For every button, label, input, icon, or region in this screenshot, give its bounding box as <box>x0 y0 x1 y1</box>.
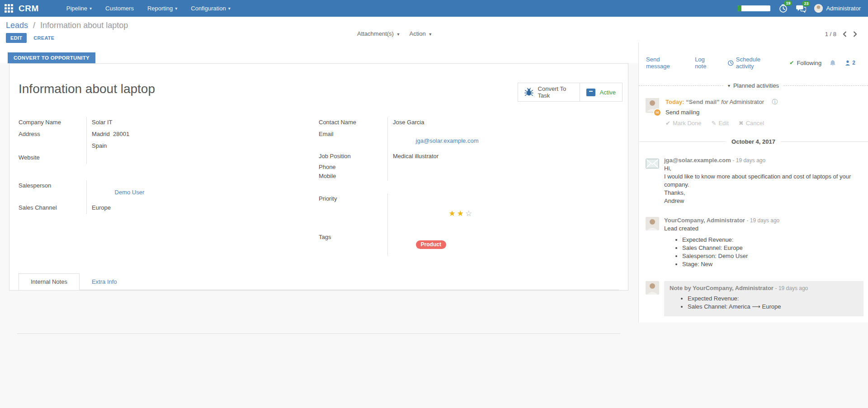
address-spacer <box>19 141 86 152</box>
menu-configuration[interactable]: Configuration ▾ <box>184 0 237 17</box>
priority-star-1-icon[interactable]: ★ <box>449 209 457 218</box>
main-menu: Pipeline ▾ Customers Reporting ▾ Configu… <box>60 0 237 17</box>
lead-title: Information about laptop <box>19 80 155 98</box>
tag-product[interactable]: Product <box>416 240 446 249</box>
avatar <box>646 281 659 295</box>
priority-label: Priority <box>319 193 387 232</box>
menu-reporting[interactable]: Reporting ▾ <box>141 0 184 17</box>
pager-next-button[interactable] <box>853 31 857 37</box>
form-view: CONVERT TO OPPORTUNITY Information about… <box>0 42 638 408</box>
address-label: Address <box>19 129 86 141</box>
attachments-dropdown[interactable]: Attachment(s) ▾ <box>357 30 400 37</box>
chevron-left-icon <box>843 31 847 37</box>
planned-activities-toggle[interactable]: ▾ Planned activities <box>723 82 783 89</box>
message-timestamp: - 19 days ago <box>775 285 808 291</box>
message-email: jga@solar.example.com - 19 days ago Hi, … <box>639 145 868 205</box>
navbar-systray: 19 23 Administrator <box>738 4 861 13</box>
message-author: jga@solar.example.com - 19 days ago <box>664 157 863 164</box>
user-avatar <box>814 4 823 13</box>
activity-note: Send mailing <box>665 109 857 116</box>
group-spacer <box>19 164 319 180</box>
activity-for: for <box>721 98 728 105</box>
breadcrumb-current: Information about laptop <box>40 21 128 30</box>
contact-name-value: Jose Garcia <box>387 117 619 129</box>
chevron-down-icon: ▾ <box>90 6 92 11</box>
breadcrumb-leads-link[interactable]: Leads <box>6 21 28 30</box>
priority-star-3-icon[interactable]: ☆ <box>465 209 473 218</box>
message-body: Note by YourCompany, Administrator - 19 … <box>664 281 863 316</box>
right-field-column: Contact Name Jose Garcia Email jga@solar… <box>319 117 619 256</box>
create-button[interactable]: CREATE <box>33 35 54 41</box>
planned-activities-separator: ▾ Planned activities <box>639 82 868 89</box>
field-columns: Company Name Solar IT Address Madrid 280… <box>9 102 628 256</box>
chevron-down-icon: ▾ <box>175 6 177 11</box>
convert-to-opportunity-button[interactable]: CONVERT TO OPPORTUNITY <box>8 52 95 63</box>
activity-avatar-wrap: ✉ <box>646 98 659 127</box>
menu-pipeline[interactable]: Pipeline ▾ <box>60 0 99 17</box>
tags-value: Product <box>387 232 619 256</box>
left-field-column: Company Name Solar IT Address Madrid 280… <box>19 117 319 256</box>
tracking-item: Stage: New <box>682 260 863 268</box>
edit-button[interactable]: EDIT <box>6 33 27 43</box>
breadcrumb-separator: / <box>33 21 35 30</box>
message-body: YourCompany, Administrator - 19 days ago… <box>664 217 863 269</box>
chevron-down-icon: ▾ <box>728 83 730 88</box>
person-icon <box>845 60 850 66</box>
action-dropdown[interactable]: Action ▾ <box>410 30 432 37</box>
activity-summary: “Send mail” <box>686 98 719 105</box>
info-icon[interactable]: ⓘ <box>772 98 778 105</box>
edit-activity-button[interactable]: ✎ Edit <box>711 120 728 127</box>
internal-notes-content[interactable] <box>9 290 628 333</box>
user-menu[interactable]: Administrator <box>814 4 861 13</box>
followers-button[interactable]: 2 <box>845 60 855 66</box>
convert-to-task-button[interactable]: Convert To Task <box>518 83 580 102</box>
salesperson-value: Demo User <box>86 180 319 202</box>
envelope-icon: ✉ <box>656 110 659 115</box>
active-toggle-button[interactable]: Active <box>580 83 623 102</box>
tracking-item: Salesperson: Demo User <box>682 252 863 260</box>
priority-star-2-icon[interactable]: ★ <box>457 209 465 218</box>
message-timestamp: - 19 days ago <box>732 157 765 164</box>
log-note-button[interactable]: Log note <box>695 56 717 70</box>
address-country-value: Spain <box>86 141 319 152</box>
schedule-activity-button[interactable]: Schedule activity <box>728 56 778 70</box>
send-message-button[interactable]: Send message <box>646 56 684 70</box>
email-link[interactable]: jga@solar.example.com <box>416 137 479 144</box>
chatter: Send message Log note Schedule activity … <box>638 42 868 323</box>
salesperson-link[interactable]: Demo User <box>115 189 145 196</box>
message-text: Hi, I would like to know more about spec… <box>664 164 863 205</box>
mark-done-button[interactable]: ✔ Mark Done <box>665 120 701 127</box>
tab-internal-notes[interactable]: Internal Notes <box>19 273 80 290</box>
following-toggle[interactable]: ✔ Following <box>789 60 821 66</box>
website-value <box>86 152 319 164</box>
archive-box-icon <box>586 89 595 96</box>
pager-previous-button[interactable] <box>843 31 847 37</box>
apps-grid-icon[interactable] <box>5 4 13 13</box>
activities-systray-button[interactable]: 19 <box>778 4 788 13</box>
user-name: Administrator <box>826 5 861 12</box>
form-sheet: Information about laptop Convert To Task… <box>9 63 628 291</box>
tab-extra-info[interactable]: Extra Info <box>80 273 129 290</box>
pencil-icon: ✎ <box>711 120 716 127</box>
priority-group: Priority ★★☆ Tags Product <box>319 193 619 256</box>
job-position-label: Job Position <box>319 151 387 163</box>
subscription-bell-button[interactable] <box>830 60 836 66</box>
control-panel-buttons: EDIT CREATE <box>6 33 868 43</box>
cancel-activity-button[interactable]: ✖ Cancel <box>739 120 764 127</box>
message-timestamp: - 19 days ago <box>747 217 780 224</box>
date-separator: October 4, 2017 <box>639 138 868 145</box>
messages-systray-button[interactable]: 23 <box>796 4 806 13</box>
app-title: CRM <box>19 4 39 14</box>
record-pager: 1 / 8 <box>825 31 857 38</box>
menu-customers[interactable]: Customers <box>99 0 141 17</box>
sales-channel-value: Europe <box>86 202 319 214</box>
tracking-values: Expected Revenue: Sales Channel: Europe … <box>664 236 863 268</box>
activity-actions: ✔ Mark Done ✎ Edit ✖ Cancel <box>665 120 857 127</box>
chevron-down-icon: ▾ <box>228 6 231 11</box>
salesperson-label: Salesperson <box>19 180 86 202</box>
website-label: Website <box>19 152 86 164</box>
sidebar-dropdowns: Attachment(s) ▾ Action ▾ <box>357 30 431 37</box>
followers-count: 2 <box>852 60 855 66</box>
email-value: jga@solar.example.com <box>387 129 619 151</box>
check-icon: ✔ <box>789 60 794 66</box>
